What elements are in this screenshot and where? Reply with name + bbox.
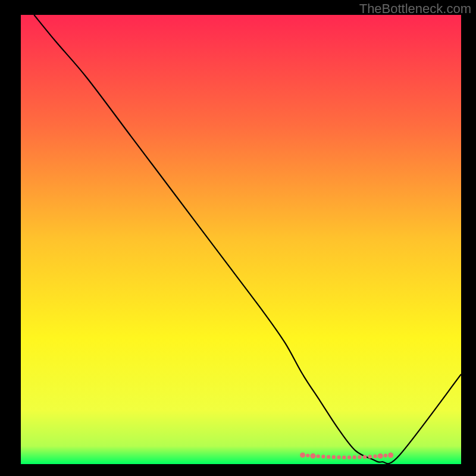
optimal-range-dots xyxy=(300,452,393,459)
svg-point-18 xyxy=(388,453,393,458)
svg-point-5 xyxy=(321,455,325,458)
svg-point-12 xyxy=(358,455,361,459)
svg-point-7 xyxy=(332,455,336,459)
svg-point-4 xyxy=(317,455,320,458)
svg-point-11 xyxy=(352,455,356,459)
chart-container: TheBottleneck.com xyxy=(0,0,476,476)
curve-overlay xyxy=(21,15,461,464)
svg-point-9 xyxy=(342,455,346,459)
svg-point-17 xyxy=(384,454,387,458)
watermark-text: TheBottleneck.com xyxy=(359,1,471,17)
svg-point-3 xyxy=(311,453,316,459)
svg-point-1 xyxy=(300,452,305,458)
svg-point-6 xyxy=(327,455,330,459)
svg-point-13 xyxy=(363,455,367,459)
svg-point-14 xyxy=(368,455,372,458)
svg-point-8 xyxy=(337,455,340,459)
plot-area xyxy=(21,15,461,464)
bottleneck-curve xyxy=(34,15,461,464)
svg-point-15 xyxy=(373,455,377,458)
svg-point-16 xyxy=(378,453,383,459)
svg-point-10 xyxy=(347,455,351,459)
svg-point-2 xyxy=(306,453,309,457)
